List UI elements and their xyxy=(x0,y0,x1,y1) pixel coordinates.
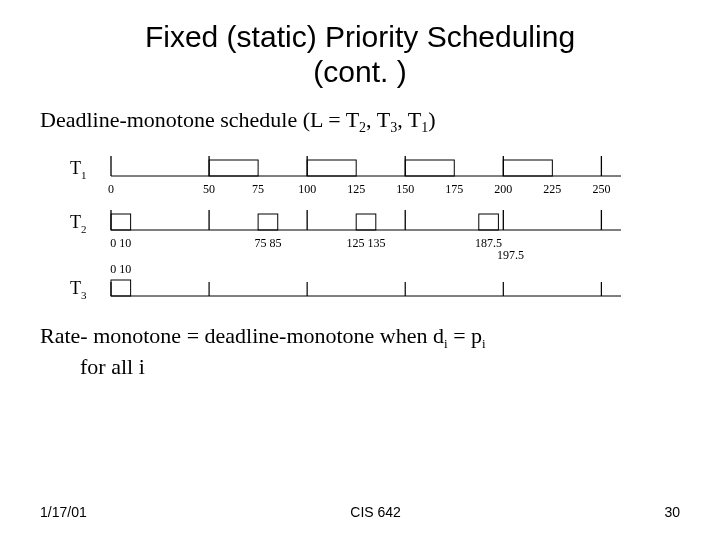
axis-tick-label: 100 xyxy=(298,182,316,197)
footer-date: 1/17/01 xyxy=(40,504,87,520)
task-label-text: T xyxy=(70,212,81,232)
axis-tick-label: 50 xyxy=(203,182,215,197)
task-label-sub: 1 xyxy=(81,169,87,181)
task-label-t1: T1 xyxy=(70,154,106,181)
xlabels-t3: 0 10 xyxy=(106,262,626,278)
svg-rect-19 xyxy=(258,214,278,230)
note-segment: Rate- monotone = deadline-monotone when … xyxy=(40,323,444,348)
svg-rect-21 xyxy=(479,214,499,230)
subtitle: Deadline-monotone schedule (L = T2, T3, … xyxy=(40,107,680,136)
footer-page: 30 xyxy=(664,504,680,520)
axis-tick-label: 175 xyxy=(445,182,463,197)
svg-rect-20 xyxy=(356,214,376,230)
svg-rect-29 xyxy=(111,280,131,296)
task-label-text: T xyxy=(70,278,81,298)
note-segment: = p xyxy=(448,323,482,348)
subtitle-text: Deadline-monotone schedule (L = T xyxy=(40,107,359,132)
task-row-t1: T1 05075100125150175200225250 xyxy=(70,154,680,198)
timeline-t1 xyxy=(106,154,626,182)
timeline-t3 xyxy=(106,274,626,302)
svg-rect-8 xyxy=(307,160,356,176)
title-line-2: (cont. ) xyxy=(313,55,406,88)
slide-footer: 1/17/01 CIS 642 30 xyxy=(40,504,680,520)
xlabels-t2: 0 1075 85125 135187.5197.5 xyxy=(106,236,626,264)
svg-rect-9 xyxy=(405,160,454,176)
svg-rect-18 xyxy=(111,214,131,230)
subtitle-text: ) xyxy=(428,107,435,132)
axis-tick-label: 250 xyxy=(592,182,610,197)
task-label-sub: 2 xyxy=(81,223,87,235)
note-sub: i xyxy=(482,337,486,352)
timing-charts: T1 05075100125150175200225250 T2 0 1075 … xyxy=(70,154,680,302)
subtitle-text: , T xyxy=(366,107,390,132)
footer-course: CIS 642 xyxy=(350,504,401,520)
axis-tick-label: 0 10 xyxy=(110,262,131,277)
axis-tick-label: 125 xyxy=(347,182,365,197)
task-label-sub: 3 xyxy=(81,289,87,301)
task-label-text: T xyxy=(70,158,81,178)
axis-tick-label: 200 xyxy=(494,182,512,197)
axis-tick-label: 75 xyxy=(252,182,264,197)
axis-tick-label: 225 xyxy=(543,182,561,197)
title-line-1: Fixed (static) Priority Scheduling xyxy=(145,20,575,53)
task-label-t2: T2 xyxy=(70,208,106,235)
axis-tick-label: 197.5 xyxy=(497,248,524,263)
axis-tick-label: 0 10 xyxy=(110,236,131,251)
axis-tick-label: 125 135 xyxy=(347,236,386,251)
task-label-t3: T3 xyxy=(70,274,106,301)
task-row-t2: T2 0 1075 85125 135187.5197.5 xyxy=(70,208,680,264)
note-line-2: for all i xyxy=(40,353,680,381)
axis-tick-label: 0 xyxy=(108,182,114,197)
note-text: Rate- monotone = deadline-monotone when … xyxy=(40,322,680,380)
task-row-t3: T3 0 10 xyxy=(70,274,680,302)
timeline-t2 xyxy=(106,208,626,236)
axis-tick-label: 75 85 xyxy=(254,236,281,251)
slide-title: Fixed (static) Priority Scheduling (cont… xyxy=(40,20,680,89)
svg-rect-10 xyxy=(503,160,552,176)
xlabels-t1: 05075100125150175200225250 xyxy=(106,182,626,198)
subtitle-text: , T xyxy=(397,107,421,132)
axis-tick-label: 150 xyxy=(396,182,414,197)
svg-rect-7 xyxy=(209,160,258,176)
